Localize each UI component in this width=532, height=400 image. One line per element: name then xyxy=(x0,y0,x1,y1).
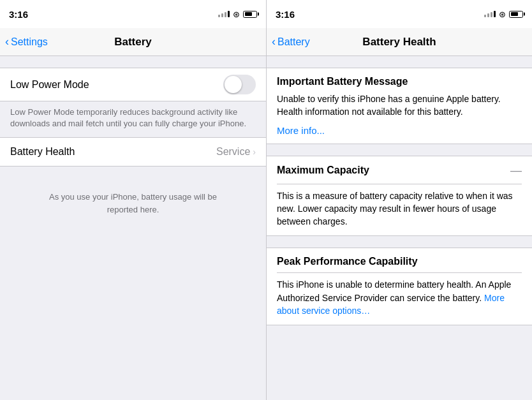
back-label-left: Settings xyxy=(11,36,48,48)
capacity-divider xyxy=(277,184,522,184)
low-power-description: Low Power Mode temporarily reduces backg… xyxy=(10,107,256,130)
wifi-icon: ⊛ xyxy=(233,10,240,19)
mid-spacer-right xyxy=(267,144,532,156)
top-spacer-right xyxy=(267,56,532,68)
footer-note: As you use your iPhone, battery usage wi… xyxy=(0,178,266,228)
status-bar-left: 3:16 ⊛ xyxy=(0,0,266,28)
important-title: Important Battery Message xyxy=(277,76,522,87)
battery-health-label: Battery Health xyxy=(10,146,75,158)
more-info-link[interactable]: More info... xyxy=(277,125,522,136)
left-panel: 3:16 ⊛ ‹ Settings Battery Low Power Mode xyxy=(0,0,266,400)
battery-health-chevron-icon: › xyxy=(253,147,256,157)
low-power-cell: Low Power Mode xyxy=(0,68,266,101)
back-button-left[interactable]: ‹ Settings xyxy=(5,35,48,48)
bottom-spacer-right xyxy=(267,236,532,248)
status-icons-left: ⊛ xyxy=(218,10,257,19)
peak-body: This iPhone is unable to determine batte… xyxy=(277,278,522,317)
nav-bar-left: ‹ Settings Battery xyxy=(0,28,266,56)
nav-title-right: Battery Health xyxy=(362,36,436,48)
peak-performance-section: Peak Performance Capability This iPhone … xyxy=(267,248,532,325)
battery-icon-right xyxy=(509,11,523,18)
status-bar-right: 3:16 ⊛ xyxy=(267,0,532,28)
wifi-icon-right: ⊛ xyxy=(499,10,506,19)
right-panel: 3:16 ⊛ ‹ Battery Battery Health Importan… xyxy=(266,0,532,400)
capacity-dash: — xyxy=(510,164,522,177)
signal-icon-right xyxy=(484,11,496,17)
back-label-right: Battery xyxy=(277,36,310,48)
peak-body-text: This iPhone is unable to determine batte… xyxy=(277,279,511,302)
peak-title: Peak Performance Capability xyxy=(277,256,522,267)
battery-health-value: Service xyxy=(216,146,250,158)
toggle-thumb xyxy=(225,76,242,93)
capacity-title: Maximum Capacity xyxy=(277,165,369,176)
back-button-right[interactable]: ‹ Battery xyxy=(272,35,310,48)
low-power-description-block: Low Power Mode temporarily reduces backg… xyxy=(0,101,266,137)
capacity-description: This is a measure of battery capacity re… xyxy=(277,189,522,228)
important-body: Unable to verify this iPhone has a genui… xyxy=(277,93,522,119)
status-time-right: 3:16 xyxy=(276,9,295,20)
peak-divider xyxy=(277,272,522,273)
capacity-header: Maximum Capacity — xyxy=(277,164,522,177)
battery-health-cell[interactable]: Battery Health Service › xyxy=(0,138,266,166)
maximum-capacity-section: Maximum Capacity — This is a measure of … xyxy=(267,156,532,237)
back-chevron-icon-right: ‹ xyxy=(272,35,276,48)
footer-text: As you use your iPhone, battery usage wi… xyxy=(10,191,256,216)
nav-bar-right: ‹ Battery Battery Health xyxy=(267,28,532,56)
signal-icon xyxy=(218,11,230,17)
low-power-toggle[interactable] xyxy=(223,75,256,94)
low-power-label: Low Power Mode xyxy=(10,79,89,91)
battery-health-right: Service › xyxy=(216,146,256,158)
battery-health-section: Battery Health Service › xyxy=(0,137,266,167)
status-icons-right: ⊛ xyxy=(484,10,523,19)
battery-icon xyxy=(243,11,257,18)
important-battery-section: Important Battery Message Unable to veri… xyxy=(267,68,532,144)
top-spacer-left xyxy=(0,56,266,68)
low-power-section: Low Power Mode xyxy=(0,68,266,101)
mid-spacer-left xyxy=(0,167,266,178)
status-time-left: 3:16 xyxy=(9,9,28,20)
back-chevron-icon: ‹ xyxy=(5,35,9,48)
nav-title-left: Battery xyxy=(114,36,152,48)
